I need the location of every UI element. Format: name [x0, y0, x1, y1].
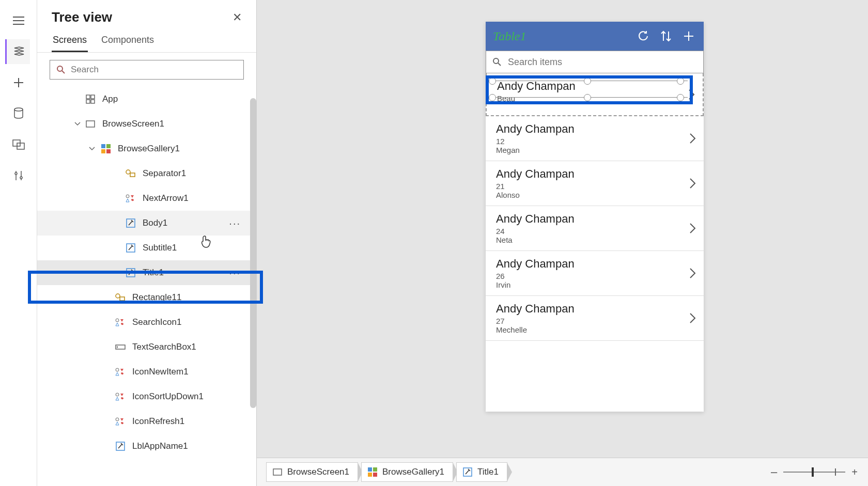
zoom-in-button[interactable]: + — [851, 466, 858, 478]
label-icon — [115, 441, 126, 452]
svg-point-42 — [493, 58, 499, 64]
crumb-title[interactable]: Title1 — [456, 462, 507, 482]
settings-icon[interactable] — [6, 163, 31, 188]
tree-rectangle[interactable]: Rectangle11 — [37, 285, 256, 310]
scrollbar[interactable] — [250, 98, 256, 408]
gallery-item[interactable]: Andy Champan 27 Mechelle — [486, 296, 704, 341]
close-icon[interactable]: ✕ — [233, 11, 242, 24]
tree-search[interactable] — [50, 60, 244, 80]
tree-label: TextSearchBox1 — [132, 342, 196, 352]
chevron-right-icon[interactable] — [689, 133, 696, 144]
tree-nextarrow[interactable]: NextArrow1 — [37, 186, 256, 211]
svg-point-9 — [15, 173, 17, 175]
app-preview: Table1 Andy Champan Beau Andy Champan 12… — [486, 22, 704, 412]
tree-subtitle1[interactable]: Subtitle1 — [37, 236, 256, 260]
more-icon[interactable]: ··· — [229, 267, 241, 279]
app-search[interactable] — [486, 51, 704, 73]
gallery-item[interactable]: Andy Champan Beau — [486, 73, 704, 116]
tree-search-input[interactable] — [71, 65, 237, 75]
gallery-item[interactable]: Andy Champan 26 Irvin — [486, 251, 704, 296]
svg-rect-48 — [373, 473, 377, 477]
tree-view-icon[interactable] — [5, 39, 30, 64]
gallery-item[interactable]: Andy Champan 21 Alonso — [486, 161, 704, 206]
item-title: Andy Champan — [496, 257, 694, 271]
add-icon[interactable] — [681, 28, 696, 44]
insert-icon[interactable] — [6, 70, 31, 95]
svg-rect-17 — [91, 100, 95, 103]
hamburger-icon[interactable] — [6, 8, 31, 33]
item-body: Megan — [496, 146, 694, 154]
app-search-input[interactable] — [508, 57, 697, 68]
media-icon[interactable] — [6, 132, 31, 157]
chevron-right-icon[interactable] — [689, 178, 696, 189]
label-icon — [125, 267, 136, 278]
tree-screen[interactable]: BrowseScreen1 — [37, 112, 256, 136]
svg-rect-22 — [106, 149, 111, 153]
tab-components[interactable]: Components — [100, 29, 155, 52]
item-body: Alonso — [496, 191, 694, 199]
tab-screens[interactable]: Screens — [52, 29, 88, 52]
gallery-item[interactable]: Andy Champan 12 Megan — [486, 116, 704, 161]
tree-searchicon[interactable]: SearchIcon1 — [37, 310, 256, 335]
label-icon — [463, 467, 472, 477]
left-rail — [0, 0, 37, 486]
svg-point-31 — [116, 319, 119, 322]
tree-lblappname[interactable]: LblAppName1 — [37, 434, 256, 459]
tree-app[interactable]: App — [37, 87, 256, 112]
textinput-icon — [115, 341, 126, 353]
tree-title1[interactable]: Title1 ··· — [37, 260, 256, 285]
crumb-gallery[interactable]: BrowseGallery1 — [361, 462, 453, 482]
item-body: Beau — [497, 94, 693, 103]
tree-label: SearchIcon1 — [132, 317, 181, 327]
tree-label: IconRefresh1 — [132, 416, 184, 427]
chevron-right-icon[interactable] — [689, 312, 696, 324]
refresh-icon[interactable] — [636, 28, 651, 44]
gallery-icon — [368, 467, 377, 477]
svg-point-34 — [116, 368, 119, 371]
svg-line-13 — [62, 71, 65, 73]
tree-separator[interactable]: Separator1 — [37, 161, 256, 186]
label-icon — [125, 242, 136, 254]
item-title: Andy Champan — [496, 122, 694, 136]
crumb-screen[interactable]: BrowseScreen1 — [266, 462, 358, 482]
svg-rect-46 — [373, 467, 377, 472]
more-icon[interactable]: ··· — [229, 217, 241, 229]
chevron-right-icon[interactable] — [689, 223, 696, 234]
svg-rect-30 — [120, 297, 125, 301]
chevron-right-icon[interactable] — [689, 268, 696, 279]
tree-label: Rectangle11 — [132, 292, 181, 303]
gallery: Andy Champan Beau Andy Champan 12 Megan … — [486, 73, 704, 341]
svg-rect-20 — [106, 144, 111, 148]
svg-rect-15 — [91, 95, 95, 99]
gallery-item[interactable]: Andy Champan 24 Neta — [486, 206, 704, 251]
data-icon[interactable] — [6, 101, 31, 126]
tree-iconrefresh[interactable]: IconRefresh1 — [37, 409, 256, 434]
svg-rect-18 — [86, 121, 95, 127]
item-title: Andy Champan — [496, 302, 694, 316]
sort-icon[interactable] — [658, 28, 674, 44]
chevron-down-icon[interactable] — [87, 147, 97, 151]
tree-label: BrowseScreen1 — [102, 119, 164, 129]
tree-label: Body1 — [143, 218, 167, 228]
icons-icon — [115, 366, 126, 378]
tree-iconnew[interactable]: IconNewItem1 — [37, 359, 256, 384]
gallery-icon — [100, 143, 112, 154]
tree-tabs: Screens Components — [37, 29, 256, 53]
screen-icon — [85, 118, 96, 130]
zoom-out-button[interactable]: – — [771, 465, 777, 479]
icons-icon — [115, 317, 126, 328]
tree-label: Title1 — [143, 268, 164, 278]
icons-icon — [115, 416, 126, 427]
item-body: Mechelle — [496, 325, 694, 334]
svg-rect-24 — [130, 173, 135, 177]
app-header: Table1 — [486, 22, 704, 51]
app-icon — [85, 93, 96, 105]
tree-gallery[interactable]: BrowseGallery1 — [37, 136, 256, 161]
chevron-down-icon[interactable] — [72, 122, 83, 126]
tree-body1[interactable]: Body1 ··· — [37, 211, 256, 236]
tree-iconsort[interactable]: IconSortUpDown1 — [37, 384, 256, 409]
tree-textsearch[interactable]: TextSearchBox1 — [37, 335, 256, 359]
item-subtitle: 24 — [496, 227, 694, 236]
chevron-right-icon[interactable] — [688, 89, 695, 100]
zoom-slider[interactable] — [783, 472, 845, 473]
